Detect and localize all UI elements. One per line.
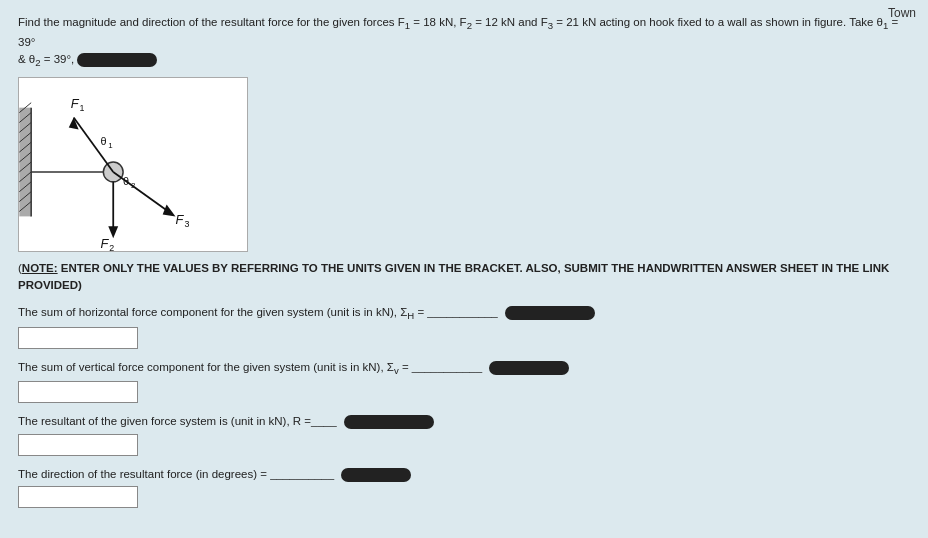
- question-text-2: The sum of vertical force component for …: [18, 359, 910, 378]
- svg-line-27: [113, 171, 172, 214]
- redacted-q4: [341, 468, 411, 482]
- svg-text:2: 2: [109, 243, 114, 251]
- note-underline: NOTE:: [22, 262, 58, 274]
- answer-row-4: [18, 486, 910, 508]
- svg-text:1: 1: [80, 102, 85, 112]
- answer-input-3[interactable]: [18, 434, 138, 456]
- answer-row-1: [18, 327, 910, 349]
- svg-marker-22: [108, 226, 118, 238]
- svg-text:1: 1: [108, 141, 112, 150]
- question-block-3: The resultant of the given force system …: [18, 413, 910, 455]
- question-block-2: The sum of vertical force component for …: [18, 359, 910, 404]
- figure-area: F 1 θ 1 F 2 θ 2 F 3: [18, 77, 910, 252]
- svg-marker-28: [163, 204, 176, 216]
- svg-text:F: F: [100, 236, 109, 251]
- figure-box: F 1 θ 1 F 2 θ 2 F 3: [18, 77, 248, 252]
- redacted-1: [77, 53, 157, 67]
- question-text-1: The sum of horizontal force component fo…: [18, 304, 910, 323]
- answer-input-2[interactable]: [18, 381, 138, 403]
- note-line: (NOTE: ENTER ONLY THE VALUES BY REFERRIN…: [18, 260, 910, 295]
- question-block-1: The sum of horizontal force component fo…: [18, 304, 910, 349]
- answer-input-1[interactable]: [18, 327, 138, 349]
- question-block-4: The direction of the resultant force (in…: [18, 466, 910, 508]
- problem-statement: Find the magnitude and direction of the …: [18, 14, 910, 71]
- answer-row-3: [18, 434, 910, 456]
- question-text-4: The direction of the resultant force (in…: [18, 466, 910, 482]
- town-label: Town: [888, 6, 916, 20]
- question-text-3: The resultant of the given force system …: [18, 413, 910, 429]
- svg-text:θ: θ: [100, 135, 106, 147]
- force-diagram: F 1 θ 1 F 2 θ 2 F 3: [19, 78, 247, 251]
- redacted-q1: [505, 306, 595, 320]
- top-bar: Town: [876, 0, 928, 26]
- main-content: Find the magnitude and direction of the …: [0, 0, 928, 528]
- answer-row-2: [18, 381, 910, 403]
- svg-text:F: F: [71, 95, 80, 110]
- redacted-q3: [344, 415, 434, 429]
- answer-input-4[interactable]: [18, 486, 138, 508]
- svg-text:F: F: [176, 212, 185, 227]
- svg-text:3: 3: [184, 219, 189, 229]
- redacted-q2: [489, 361, 569, 375]
- svg-line-15: [74, 117, 114, 171]
